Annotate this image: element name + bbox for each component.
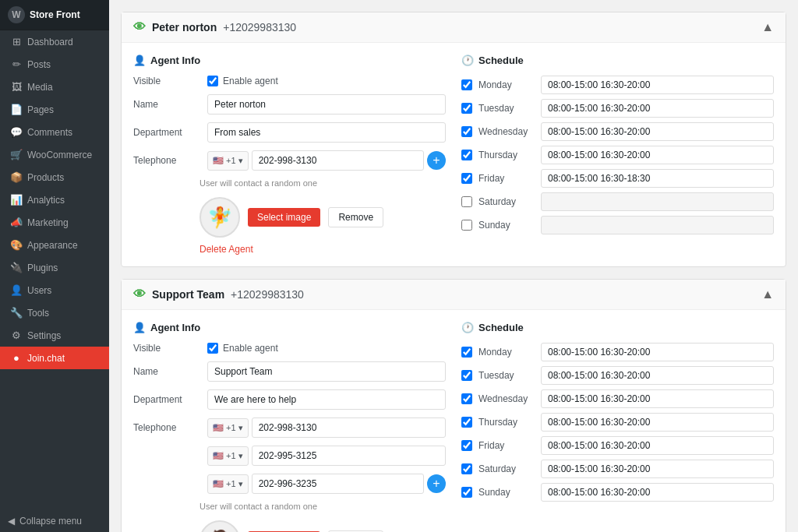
- schedule-time-input[interactable]: [541, 483, 774, 502]
- schedule-time-input[interactable]: [541, 460, 774, 478]
- schedule-row: Monday: [461, 343, 774, 361]
- sidebar-item-comments[interactable]: 💬 Comments: [0, 121, 109, 143]
- collapse-menu[interactable]: ◀ Collapse menu: [0, 510, 109, 532]
- schedule-day-checkbox[interactable]: [461, 370, 472, 381]
- sidebar-item-dashboard[interactable]: ⊞ Dashboard: [0, 30, 109, 53]
- name-row: Name: [133, 94, 446, 115]
- visible-row-support: Visible Enable agent: [133, 343, 446, 354]
- schedule-time-input[interactable]: [541, 413, 774, 432]
- country-select-support-2[interactable]: 🇺🇸 +1 ▾: [207, 474, 249, 494]
- schedule-day-checkbox[interactable]: [461, 487, 472, 498]
- remove-button[interactable]: Remove: [328, 207, 383, 227]
- country-select-support-0[interactable]: 🇺🇸 +1 ▾: [207, 418, 249, 438]
- collapse-button[interactable]: ▲: [761, 287, 774, 301]
- schedule-time-input[interactable]: [541, 146, 774, 164]
- agent-card-support-team: 👁 Support Team +12029983130 ▲ 👤 Agent In…: [121, 279, 786, 532]
- schedule-row: Sunday: [461, 216, 774, 234]
- sidebar-item-join-chat[interactable]: ● Join.chat: [0, 347, 109, 369]
- collapse-icon: ◀: [8, 516, 15, 527]
- schedule-day-label: Sunday: [478, 487, 535, 498]
- sidebar-item-media[interactable]: 🖼 Media: [0, 76, 109, 98]
- random-note-support: User will contact a random one: [200, 502, 446, 511]
- analytics-icon: 📊: [10, 194, 23, 206]
- schedule-day-label: Saturday: [478, 196, 535, 207]
- schedule-day-checkbox[interactable]: [461, 463, 472, 474]
- schedule-day-checkbox[interactable]: [461, 417, 472, 428]
- schedule-day-checkbox[interactable]: [461, 173, 472, 184]
- country-select[interactable]: 🇺🇸 +1 ▾: [207, 151, 249, 171]
- sidebar-item-label: Pages: [27, 104, 54, 115]
- sidebar-item-settings[interactable]: ⚙ Settings: [0, 324, 109, 347]
- sidebar-item-label: Tools: [27, 308, 49, 319]
- sidebar-item-label: Marketing: [27, 217, 69, 228]
- person-icon: 👤: [133, 55, 146, 66]
- telephone-row-support-0: Telephone 🇺🇸 +1 ▾: [133, 417, 446, 438]
- agent-header-name: Support Team: [152, 288, 224, 301]
- schedule-day-checkbox[interactable]: [461, 150, 472, 160]
- agent-header-name: Peter norton: [152, 21, 217, 33]
- sidebar-item-pages[interactable]: 📄 Pages: [0, 98, 109, 121]
- sidebar-item-label: Posts: [27, 59, 51, 70]
- enable-agent-checkbox[interactable]: [207, 76, 218, 86]
- sidebar-item-marketing[interactable]: 📣 Marketing: [0, 211, 109, 234]
- schedule-time-input[interactable]: [541, 366, 774, 385]
- department-input-support[interactable]: [207, 389, 446, 410]
- appearance-icon: 🎨: [10, 239, 23, 251]
- schedule-day-checkbox[interactable]: [461, 347, 472, 358]
- collapse-button[interactable]: ▲: [761, 20, 774, 34]
- add-phone-button[interactable]: +: [427, 151, 446, 170]
- name-input[interactable]: [207, 94, 446, 115]
- person-icon: 👤: [133, 322, 146, 333]
- phone-number-input-support-1[interactable]: [252, 446, 446, 466]
- select-image-button[interactable]: Select image: [248, 208, 320, 227]
- schedule-day-label: Sunday: [478, 220, 535, 231]
- sidebar-item-plugins[interactable]: 🔌 Plugins: [0, 256, 109, 279]
- agent-header-phone: +12029983130: [231, 288, 304, 301]
- sidebar-item-label: Plugins: [27, 262, 58, 273]
- country-select-support-1[interactable]: 🇺🇸 +1 ▾: [207, 446, 249, 466]
- sidebar-item-analytics[interactable]: 📊 Analytics: [0, 188, 109, 211]
- schedule-day-checkbox[interactable]: [461, 393, 472, 404]
- phone-number-input[interactable]: [252, 150, 424, 171]
- clock-icon: 🕐: [461, 322, 474, 333]
- schedule-day-label: Thursday: [478, 150, 535, 160]
- sidebar-item-woocommerce[interactable]: 🛒 WooCommerce: [0, 143, 109, 166]
- site-logo: W Store Front: [0, 0, 109, 30]
- sidebar-item-appearance[interactable]: 🎨 Appearance: [0, 234, 109, 256]
- schedule-time-input[interactable]: [541, 76, 774, 94]
- agent-header-peter-norton: 👁 Peter norton +12029983130 ▲: [122, 12, 786, 43]
- schedule-day-checkbox[interactable]: [461, 103, 472, 114]
- site-name: Store Front: [30, 9, 80, 20]
- department-label-support: Department: [133, 394, 200, 405]
- add-phone-button-support[interactable]: +: [427, 474, 446, 493]
- phone-row: 🇺🇸 +1 ▾ +: [207, 150, 446, 171]
- sidebar-item-label: Join.chat: [27, 353, 65, 364]
- schedule-day-checkbox[interactable]: [461, 440, 472, 451]
- agent-info-section: 👤 Agent Info Visible Enable agent Name D…: [133, 55, 446, 255]
- schedule-time-input[interactable]: [541, 389, 774, 408]
- schedule-time-input[interactable]: [541, 343, 774, 361]
- schedule-day-checkbox[interactable]: [461, 220, 472, 231]
- delete-agent-link[interactable]: Delete Agent: [200, 244, 253, 255]
- enable-agent-checkbox-support[interactable]: [207, 343, 218, 354]
- schedule-time-input[interactable]: [541, 169, 774, 188]
- marketing-icon: 📣: [10, 217, 23, 228]
- agent-header-left: 👁 Peter norton +12029983130: [133, 20, 296, 34]
- name-input-support[interactable]: [207, 361, 446, 382]
- schedule-time-input[interactable]: [541, 122, 774, 141]
- sidebar-item-products[interactable]: 📦 Products: [0, 166, 109, 188]
- sidebar-item-tools[interactable]: 🔧 Tools: [0, 301, 109, 324]
- sidebar-item-users[interactable]: 👤 Users: [0, 279, 109, 301]
- schedule-day-label: Tuesday: [478, 103, 535, 114]
- schedule-day-checkbox[interactable]: [461, 79, 472, 90]
- schedule-day-checkbox[interactable]: [461, 196, 472, 207]
- schedule-time-input[interactable]: [541, 436, 774, 455]
- avatar: 🧚: [200, 197, 240, 238]
- schedule-day-checkbox[interactable]: [461, 126, 472, 137]
- department-input[interactable]: [207, 122, 446, 143]
- schedule-time-input[interactable]: [541, 99, 774, 118]
- phone-number-input-support-0[interactable]: [252, 417, 446, 438]
- sidebar-item-posts[interactable]: ✏ Posts: [0, 53, 109, 76]
- phone-number-input-support-2[interactable]: [252, 474, 424, 494]
- department-row-support: Department: [133, 389, 446, 410]
